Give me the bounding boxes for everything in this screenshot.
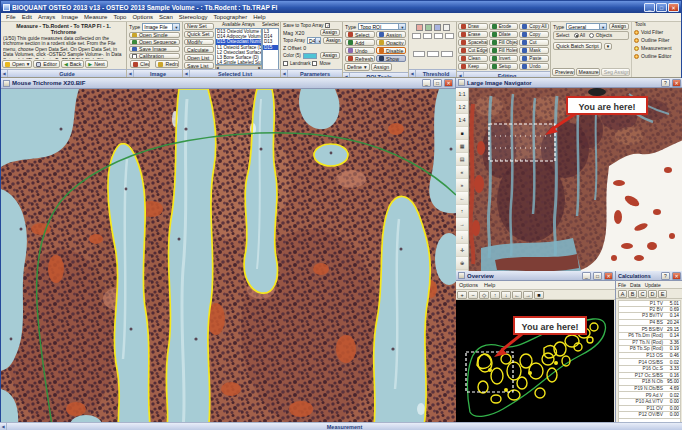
editing-button[interactable]: Erase bbox=[458, 31, 488, 38]
menu-item[interactable]: Options bbox=[129, 14, 156, 20]
set-button[interactable]: Quick Set bbox=[184, 31, 214, 38]
navigator-canvas[interactable]: You are here! bbox=[469, 88, 682, 271]
editing-button[interactable]: Mask bbox=[519, 47, 549, 54]
menu-item[interactable]: Arrays bbox=[35, 14, 58, 20]
color-assign-button[interactable]: Assign bbox=[320, 52, 340, 59]
zoom-1-2-icon[interactable]: 1:2 bbox=[456, 101, 468, 114]
select-objects-radio[interactable] bbox=[589, 33, 594, 38]
zoom-out-icon[interactable]: − bbox=[468, 291, 478, 299]
maximize-icon[interactable]: □ bbox=[593, 272, 602, 280]
define-button[interactable]: Define▾ bbox=[344, 63, 370, 71]
menu-item[interactable]: Options bbox=[456, 282, 481, 288]
viewport-rectangle[interactable] bbox=[489, 124, 555, 161]
available-arrays-list[interactable]: D13 Osteoid Volume (D)D14 Adipocyte Volu… bbox=[215, 28, 262, 65]
menu-item[interactable]: Edit bbox=[19, 14, 35, 20]
guide-editor-button[interactable]: Editor bbox=[33, 60, 60, 68]
roi-undo-button[interactable]: Undo bbox=[345, 47, 375, 54]
editing-button[interactable]: Fill Holes bbox=[489, 47, 519, 54]
editing-button[interactable]: Dilate bbox=[489, 31, 519, 38]
panel-scroll-icon[interactable]: ◀ bbox=[1, 70, 8, 77]
threshold-channel-checkbox[interactable] bbox=[443, 24, 450, 31]
target-icon[interactable]: ⊕ bbox=[456, 257, 468, 270]
pan-left-icon[interactable]: ← bbox=[512, 291, 522, 299]
save-topo-checkbox[interactable]: ✓ bbox=[325, 23, 330, 28]
threshold-range-field[interactable] bbox=[427, 51, 439, 57]
roi-show-button[interactable]: Show bbox=[376, 55, 406, 62]
editing-button[interactable]: Spacebar bbox=[458, 39, 488, 46]
guide-next-button[interactable]: ▶Next bbox=[85, 60, 108, 68]
maximize-icon[interactable]: □ bbox=[433, 79, 442, 87]
threshold-channel-checkbox[interactable] bbox=[434, 24, 441, 31]
menu-item[interactable]: File bbox=[616, 282, 628, 288]
menu-item[interactable]: Measure bbox=[81, 14, 110, 20]
editing-button[interactable]: Fill Object bbox=[489, 39, 519, 46]
roi-assign2-button[interactable]: Assign bbox=[371, 63, 393, 71]
clean-button[interactable]: Clean bbox=[130, 60, 150, 68]
panel-scroll-icon[interactable]: ◀ bbox=[281, 70, 288, 77]
quick-batch-script-button[interactable]: Quick Batch Script bbox=[553, 42, 602, 50]
threshold-range-field[interactable] bbox=[441, 51, 453, 57]
pan-up-icon[interactable]: ↑ bbox=[456, 205, 468, 218]
menu-item[interactable]: Stereology bbox=[176, 14, 211, 20]
measure-type-assign-button[interactable]: Assign bbox=[609, 23, 629, 30]
roi-refresh-button[interactable]: Refresh bbox=[345, 55, 375, 62]
set-button[interactable]: New Set bbox=[184, 23, 214, 30]
menu-item[interactable]: Image bbox=[58, 14, 81, 20]
list-item[interactable]: D15 Osteoclast Number (S) bbox=[216, 39, 261, 44]
close-icon[interactable]: ✕ bbox=[444, 79, 453, 87]
topo-assign-button[interactable]: Assign bbox=[323, 37, 343, 44]
minimize-icon[interactable]: _ bbox=[582, 272, 591, 280]
pan-right-icon[interactable]: → bbox=[523, 291, 533, 299]
zoom-1-4-icon[interactable]: 1:4 bbox=[456, 114, 468, 127]
editing-button[interactable]: Undo bbox=[519, 63, 549, 70]
editing-button[interactable]: Paste bbox=[519, 55, 549, 62]
panel-scroll-icon[interactable]: ◀ bbox=[343, 73, 350, 77]
quick-batch-dropdown[interactable]: ▾ bbox=[604, 43, 612, 50]
calibration-checkbox[interactable] bbox=[132, 54, 137, 59]
panel-scroll-icon[interactable]: ◀ bbox=[457, 72, 464, 77]
set-button[interactable]: Save List bbox=[184, 62, 214, 69]
panel-scroll-icon[interactable]: ◀ bbox=[127, 70, 134, 77]
guide-back-button[interactable]: ◀Back bbox=[61, 60, 84, 68]
grid-box-icon[interactable]: ▦ bbox=[456, 140, 468, 153]
color-swatch[interactable] bbox=[303, 53, 317, 59]
roi-assign-button[interactable]: Assign bbox=[376, 31, 406, 38]
editing-button[interactable]: Keep bbox=[458, 63, 488, 70]
page-right-icon[interactable]: » bbox=[456, 179, 468, 192]
threshold-channel-checkbox[interactable] bbox=[416, 24, 423, 31]
fit-icon[interactable]: ◇ bbox=[479, 291, 489, 299]
overview-canvas[interactable]: You are here! bbox=[456, 300, 614, 430]
image-type-select[interactable]: Image File▾ bbox=[142, 23, 180, 31]
help-icon[interactable]: ? bbox=[661, 272, 670, 280]
panel-scroll-icon[interactable]: ◀ bbox=[183, 70, 190, 77]
page-left-icon[interactable]: « bbox=[456, 166, 468, 179]
set-button[interactable]: Open List bbox=[184, 54, 214, 61]
editing-button[interactable]: Erode bbox=[489, 23, 519, 30]
pan-left-icon[interactable]: ← bbox=[456, 192, 468, 205]
pan-right-icon[interactable]: → bbox=[456, 218, 468, 231]
pan-up-icon[interactable]: ↑ bbox=[490, 291, 500, 299]
save-image-button[interactable]: Save Image bbox=[129, 46, 180, 52]
help-icon[interactable]: ? bbox=[661, 79, 670, 87]
threshold-range-field[interactable] bbox=[413, 51, 425, 57]
open-single-button[interactable]: Open Single bbox=[129, 32, 180, 38]
editing-button[interactable]: Clean bbox=[458, 55, 488, 62]
center-icon[interactable]: ✛ bbox=[456, 244, 468, 257]
threshold-field[interactable] bbox=[445, 33, 454, 39]
landmark-checkbox[interactable] bbox=[283, 61, 288, 66]
zoom-in-icon[interactable]: + bbox=[457, 291, 467, 299]
panel-scroll-icon[interactable]: ◀ bbox=[409, 70, 416, 77]
threshold-field[interactable] bbox=[412, 33, 421, 39]
mag-assign-button[interactable]: Assign bbox=[320, 29, 340, 36]
pan-down-icon[interactable]: ↓ bbox=[501, 291, 511, 299]
pan-down-icon[interactable]: ↓ bbox=[456, 231, 468, 244]
menu-item[interactable]: Scan bbox=[156, 14, 176, 20]
zoom-1-1-icon[interactable]: 1:1 bbox=[456, 88, 468, 101]
close-icon[interactable]: ✕ bbox=[672, 272, 681, 280]
calc-tab[interactable]: C bbox=[638, 290, 647, 298]
calc-tab[interactable]: E bbox=[658, 290, 667, 298]
redraw-button[interactable]: Redraw bbox=[155, 60, 179, 68]
calc-tab[interactable]: B bbox=[628, 290, 637, 298]
roi-select-button[interactable]: Select bbox=[345, 31, 375, 38]
histology-canvas[interactable] bbox=[1, 89, 456, 430]
